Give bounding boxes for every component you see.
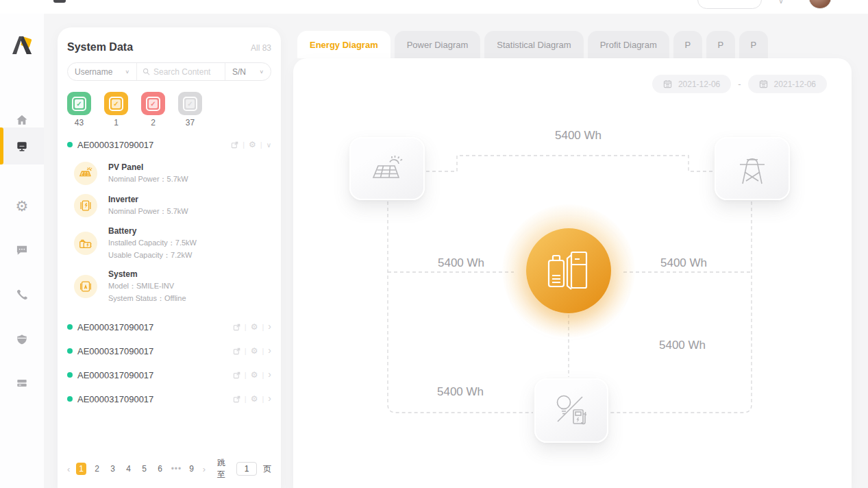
device-row[interactable]: AE0000317090017 | | <box>67 343 271 359</box>
next-page-icon[interactable]: › <box>203 464 206 474</box>
component-pv: PV Panel Nominal Power：5.7kW <box>74 162 271 185</box>
page-unit-label: 页 <box>263 463 271 475</box>
tab-p2[interactable]: P <box>706 31 735 58</box>
component-name: PV Panel <box>108 162 188 172</box>
status-filter-normal[interactable] <box>67 92 91 115</box>
phone-icon <box>15 288 29 302</box>
search-input[interactable] <box>153 67 219 77</box>
device-row-expanded[interactable]: AE0000317090017 | | <box>67 136 271 153</box>
device-row[interactable]: AE0000317090017 | | <box>67 367 271 383</box>
status-filter-fault[interactable] <box>141 92 165 115</box>
gear-icon[interactable] <box>249 140 256 149</box>
external-link-icon[interactable] <box>233 324 240 331</box>
node-load[interactable] <box>534 378 608 443</box>
page-9[interactable]: 9 <box>187 464 197 474</box>
node-grid[interactable] <box>715 137 790 200</box>
external-link-icon[interactable] <box>233 347 240 355</box>
sidebar-item-support[interactable] <box>0 276 44 313</box>
gear-icon[interactable] <box>251 322 258 332</box>
shield-icon <box>15 332 29 346</box>
search-category-value: Username <box>75 67 112 77</box>
flow-pv-grid-value: 5400 Wh <box>555 129 602 143</box>
page-5[interactable]: 5 <box>140 464 149 474</box>
divider: | <box>262 323 264 331</box>
tab-p3[interactable]: P <box>739 31 768 58</box>
chevron-right-icon[interactable] <box>268 347 271 355</box>
component-detail: Usable Capacity：7.2kW <box>108 250 197 260</box>
status-count: 43 <box>67 118 91 127</box>
home-icon <box>15 113 29 127</box>
node-battery-inverter[interactable] <box>526 228 611 313</box>
checkbox-icon <box>183 97 197 111</box>
sn-select[interactable]: S/N ∨ <box>225 63 271 80</box>
status-count: 2 <box>141 118 165 127</box>
external-link-icon[interactable] <box>233 371 240 379</box>
pages-ellipsis: ••• <box>171 464 181 474</box>
chevron-down-icon[interactable]: ∨ <box>776 0 786 6</box>
chevron-down-icon[interactable] <box>266 141 271 149</box>
menu-icon[interactable] <box>53 0 66 3</box>
device-serial: AE0000317090017 <box>77 140 231 150</box>
topbar-pill-button[interactable] <box>697 0 762 9</box>
checkbox-icon <box>146 97 160 111</box>
page-3[interactable]: 3 <box>108 464 118 474</box>
avatar[interactable] <box>808 0 832 9</box>
divider: | <box>262 395 264 403</box>
flow-battery-grid-value: 5400 Wh <box>660 256 707 270</box>
tab-statistical-diagram[interactable]: Statistical Diagram <box>484 31 583 58</box>
chevron-right-icon[interactable] <box>268 323 271 331</box>
grid-tower-icon <box>736 151 768 186</box>
page-4[interactable]: 4 <box>124 464 134 474</box>
sidebar-item-messages[interactable] <box>0 232 44 269</box>
node-pv-panel[interactable] <box>349 137 425 200</box>
component-detail: Installed Capacity：7.5kW <box>108 238 197 248</box>
flow-pv-battery-value: 5400 Wh <box>438 256 484 270</box>
component-system: System Model：SMILE-INV System Status：Off… <box>74 269 271 304</box>
jump-to-label: 跳至 <box>217 457 230 480</box>
sidebar-item-billing[interactable] <box>0 365 44 402</box>
status-count: 37 <box>178 118 202 127</box>
prev-page-icon[interactable]: ‹ <box>67 464 70 474</box>
chevron-right-icon[interactable] <box>268 371 271 379</box>
chevron-down-icon: ∨ <box>125 69 129 75</box>
component-detail: Model：SMILE-INV <box>108 281 186 291</box>
sidebar-item-security[interactable] <box>0 321 44 358</box>
device-row[interactable]: AE0000317090017 | | <box>67 391 271 407</box>
page-2[interactable]: 2 <box>92 464 102 474</box>
component-detail: System Status：Offline <box>108 293 186 304</box>
divider: | <box>245 371 247 379</box>
card-list-icon <box>15 376 29 390</box>
component-name: Battery <box>108 226 197 236</box>
chevron-right-icon[interactable] <box>268 395 271 403</box>
online-dot <box>67 142 73 147</box>
energy-diagram-card: 2021-12-06 - 2021-12-06 <box>293 58 852 488</box>
device-serial: AE0000317090017 <box>77 394 233 404</box>
device-serial: AE0000317090017 <box>77 322 233 332</box>
status-filter-warning[interactable] <box>104 92 128 115</box>
sidebar-item-settings[interactable]: ⚙ <box>0 187 44 224</box>
panel-title: System Data <box>67 41 133 53</box>
load-icon <box>551 391 591 430</box>
divider: | <box>262 371 264 379</box>
gear-icon[interactable] <box>251 370 258 380</box>
online-dot <box>67 396 73 402</box>
tab-profit-diagram[interactable]: Profit Diagram <box>588 31 669 58</box>
jump-page-input[interactable] <box>236 462 257 476</box>
device-row[interactable]: AE0000317090017 | | <box>67 319 271 335</box>
status-filter-offline[interactable] <box>178 92 202 115</box>
search-field-wrap <box>136 63 225 80</box>
gear-icon[interactable] <box>251 346 258 356</box>
external-link-icon[interactable] <box>231 141 238 149</box>
sidebar-item-monitoring[interactable] <box>0 127 44 164</box>
tab-power-diagram[interactable]: Power Diagram <box>395 31 481 58</box>
tab-energy-diagram[interactable]: Energy Diagram <box>297 31 390 58</box>
online-dot <box>67 324 73 330</box>
flow-grid-load-value: 5400 Wh <box>659 339 706 352</box>
page-6[interactable]: 6 <box>156 464 165 474</box>
page-1[interactable]: 1 <box>76 463 86 475</box>
external-link-icon[interactable] <box>233 395 240 403</box>
gear-icon: ⚙ <box>16 199 29 213</box>
tab-p1[interactable]: P <box>673 31 702 58</box>
search-category-select[interactable]: Username ∨ <box>68 63 136 80</box>
gear-icon[interactable] <box>251 394 258 404</box>
